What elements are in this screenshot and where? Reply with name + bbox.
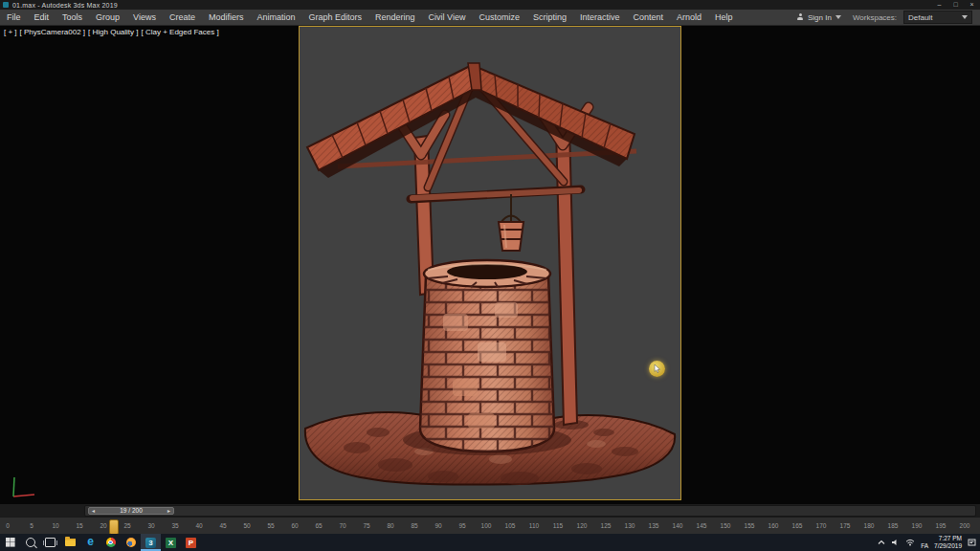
network-icon[interactable]	[905, 539, 915, 546]
maximize-button[interactable]: □	[947, 0, 964, 10]
chrome-icon	[106, 538, 116, 547]
frame-tick-40: 40	[195, 522, 202, 529]
time-slider-handle[interactable]: ◄ 19 / 200 ►	[88, 507, 174, 515]
excel-icon	[166, 538, 176, 548]
menu-items: FileEditToolsGroupViewsCreateModifiersAn…	[0, 10, 740, 25]
window-title: 01.max - Autodesk 3ds Max 2019	[12, 2, 118, 9]
frame-tick-45: 45	[219, 522, 226, 529]
menu-item-help[interactable]: Help	[708, 10, 740, 25]
menu-item-create[interactable]: Create	[163, 10, 202, 25]
frame-tick-0: 0	[6, 522, 10, 529]
taskbar-task-view-button[interactable]	[40, 534, 60, 551]
workspaces-label: Workspaces:	[853, 13, 897, 22]
menu-item-content[interactable]: Content	[626, 10, 670, 25]
track-bar[interactable]: 0510152025303540455055606570758085909510…	[0, 517, 980, 535]
taskbar-firefox-button[interactable]	[121, 534, 141, 551]
sign-in-button[interactable]: Sign In	[791, 12, 846, 23]
frame-tick-70: 70	[339, 522, 345, 529]
frame-tick-180: 180	[864, 522, 875, 529]
3ds-max-icon	[145, 538, 156, 548]
menu-item-rendering[interactable]: Rendering	[368, 10, 422, 25]
frame-tick-160: 160	[768, 522, 779, 529]
frame-tick-55: 55	[267, 522, 274, 529]
tray-clock[interactable]: 7:27 PM FA 7/29/2019	[921, 535, 962, 550]
frame-tick-80: 80	[387, 522, 393, 529]
search-icon	[26, 538, 35, 547]
menu-item-civil-view[interactable]: Civil View	[422, 10, 473, 25]
taskbar-powerpoint-button[interactable]	[181, 534, 201, 551]
menu-item-interactive[interactable]: Interactive	[573, 10, 627, 25]
notification-center-icon[interactable]	[968, 539, 976, 546]
taskbar-excel-button[interactable]	[161, 534, 181, 551]
frame-tick-200: 200	[960, 522, 970, 529]
app-icon	[3, 2, 9, 8]
frame-tick-60: 60	[291, 522, 298, 529]
time-slider-track[interactable]: ◄ 19 / 200 ►	[84, 505, 976, 517]
viewport-shading-menu[interactable]: [ Clay + Edged Faces ]	[142, 28, 219, 36]
taskbar-file-explorer-button[interactable]	[60, 534, 80, 551]
frame-tick-10: 10	[52, 522, 58, 529]
workspace-select[interactable]: Default	[903, 11, 972, 24]
frame-tick-185: 185	[888, 522, 899, 529]
frame-tick-165: 165	[792, 522, 803, 529]
menu-item-graph-editors[interactable]: Graph Editors	[301, 10, 368, 25]
menu-bar-right: Sign In Workspaces: Default	[791, 11, 980, 24]
speaker-icon[interactable]	[891, 539, 900, 546]
tray-language[interactable]: FA	[921, 542, 928, 550]
frame-tick-155: 155	[745, 522, 755, 529]
taskbar-search-button[interactable]	[20, 534, 40, 551]
title-bar: 01.max - Autodesk 3ds Max 2019 –□×	[0, 0, 980, 10]
frame-tick-75: 75	[363, 522, 369, 529]
frame-tick-135: 135	[649, 522, 659, 529]
viewport-quality-menu[interactable]: [ High Quality ]	[88, 28, 138, 36]
minimize-button[interactable]: –	[931, 0, 947, 10]
powerpoint-icon	[186, 538, 196, 548]
frame-tick-195: 195	[936, 522, 947, 529]
well-model	[300, 27, 680, 499]
frame-tick-105: 105	[505, 522, 516, 529]
frame-tick-120: 120	[577, 522, 588, 529]
firefox-icon	[126, 538, 136, 547]
menu-item-animation[interactable]: Animation	[250, 10, 301, 25]
taskbar-icons	[0, 534, 201, 551]
viewport-plus-menu[interactable]: [ + ]	[4, 28, 17, 36]
user-icon	[796, 13, 804, 21]
next-frame-button[interactable]: ►	[167, 508, 171, 514]
frame-tick-15: 15	[76, 522, 82, 529]
frame-tick-85: 85	[411, 522, 417, 529]
frame-tick-100: 100	[481, 522, 492, 529]
frame-tick-140: 140	[673, 522, 683, 529]
current-frame-label: 19 / 200	[120, 508, 143, 514]
taskbar: 7:27 PM FA 7/29/2019	[0, 534, 980, 551]
taskbar-chrome-button[interactable]	[100, 534, 121, 551]
chevron-down-icon	[962, 15, 968, 19]
menu-item-group[interactable]: Group	[89, 10, 126, 25]
menu-item-customize[interactable]: Customize	[472, 10, 526, 25]
frame-tick-125: 125	[601, 522, 612, 529]
viewport-camera-menu[interactable]: [ PhysCamera002 ]	[20, 28, 85, 36]
camera-viewport[interactable]	[299, 26, 681, 500]
axis-gizmo	[8, 474, 40, 500]
menu-item-arnold[interactable]: Arnold	[670, 10, 708, 25]
frame-marker[interactable]	[109, 519, 119, 535]
menu-item-file[interactable]: File	[0, 10, 28, 25]
menu-item-scripting[interactable]: Scripting	[526, 10, 573, 25]
menu-item-views[interactable]: Views	[126, 10, 163, 25]
tray-date: 7/29/2019	[934, 542, 962, 550]
close-button[interactable]: ×	[964, 0, 980, 10]
menu-item-edit[interactable]: Edit	[28, 10, 56, 25]
taskbar-start-button[interactable]	[0, 534, 20, 551]
sign-in-label: Sign In	[808, 13, 832, 22]
taskbar-edge-button[interactable]	[80, 534, 100, 551]
frame-tick-65: 65	[315, 522, 322, 529]
previous-frame-button[interactable]: ◄	[91, 508, 96, 514]
screen: 01.max - Autodesk 3ds Max 2019 –□× FileE…	[0, 0, 980, 551]
menu-item-tools[interactable]: Tools	[56, 10, 89, 25]
viewport-area[interactable]: [ + ] [ PhysCamera002 ] [ High Quality ]…	[0, 25, 980, 504]
viewport-label: [ + ] [ PhysCamera002 ] [ High Quality ]…	[4, 28, 219, 36]
task-view-icon	[45, 538, 56, 547]
taskbar-3ds-max-button[interactable]	[141, 534, 161, 551]
menu-item-modifiers[interactable]: Modifiers	[202, 10, 251, 25]
edge-icon	[85, 537, 97, 548]
tray-chevron-up-icon[interactable]	[878, 540, 885, 545]
